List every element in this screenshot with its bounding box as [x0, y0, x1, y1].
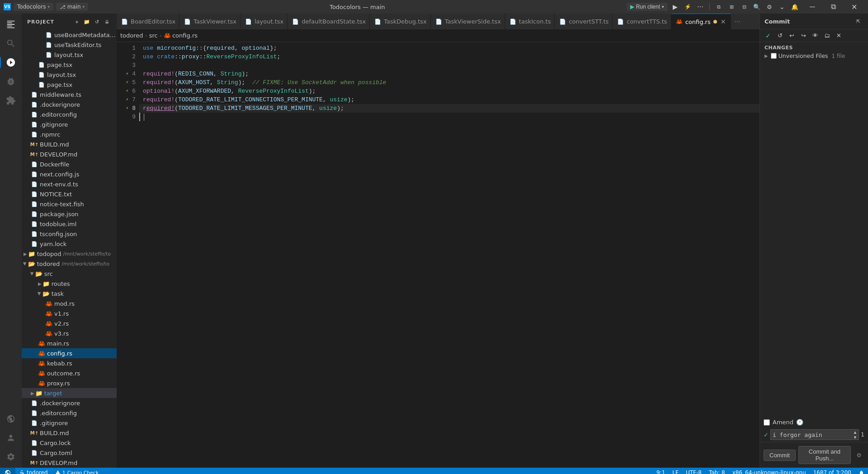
debug-play-button[interactable]: ⚡	[682, 2, 693, 12]
sidebar-item-page2[interactable]: 📄 page.tsx	[22, 80, 117, 90]
sidebar-item-target[interactable]: ▶ 📁 target	[22, 388, 117, 398]
minimize-button[interactable]: ─	[802, 0, 823, 14]
collapse-all-button[interactable]: ⇊	[102, 17, 111, 26]
sidebar-item-tsconfig[interactable]: 📄 tsconfig.json	[22, 229, 117, 239]
tab-converttts[interactable]: 📄 convertTTS.ts	[613, 14, 671, 29]
amend-clock-icon[interactable]: 🕐	[796, 419, 803, 426]
layout-button[interactable]: ⊟	[739, 2, 750, 12]
new-file-button[interactable]: +	[72, 17, 81, 26]
search-button[interactable]: 🔍	[751, 2, 762, 12]
sidebar-item-kebabrs[interactable]: 🦀 kebab.rs	[22, 358, 117, 368]
status-col-info[interactable]: 1687 of 3:200	[810, 468, 855, 474]
status-branch[interactable]: todored	[15, 468, 52, 474]
run-client-button[interactable]: ▶ Run client ▾	[627, 3, 668, 11]
sidebar-item-npmrc[interactable]: 📄 .npmrc	[22, 129, 117, 139]
activity-remote[interactable]	[2, 410, 20, 428]
sidebar-item-dockerignore[interactable]: 📄 .dockerignore	[22, 100, 117, 109]
sidebar-item-configrs[interactable]: 🦀 config.rs	[22, 348, 117, 358]
branch-pill[interactable]: ⎇ main ▾	[56, 3, 88, 11]
restore-button[interactable]: ⧉	[713, 2, 724, 12]
sidebar-item-todopod[interactable]: ▶ 📁 todopod /mnt/work/steffo/to	[22, 249, 117, 259]
close-button[interactable]: ✕	[844, 0, 864, 14]
sidebar-item-todored[interactable]: ▶ 📂 todored /mnt/work/steffo/to	[22, 259, 117, 269]
sidebar-item-cargotoml[interactable]: 📄 Cargo.toml	[22, 448, 117, 458]
commit-refresh-button[interactable]: ↺	[774, 31, 785, 41]
tab-taskviewerside[interactable]: 📄 TaskViewerSide.tsx	[431, 14, 505, 29]
sidebar-item-middleware[interactable]: 📄 middleware.ts	[22, 90, 117, 100]
refresh-button[interactable]: ↺	[92, 17, 101, 26]
breadcrumb-src[interactable]: src	[149, 32, 158, 39]
tab-convertstt[interactable]: 📄 convertSTT.ts	[555, 14, 613, 29]
fullscreen-button[interactable]: ⊞	[726, 2, 737, 12]
tab-taskicon[interactable]: 📄 taskIcon.ts	[505, 14, 555, 29]
code-editor[interactable]: 1 2 3 ⚡ 4 ⚡ 5	[117, 42, 760, 468]
sidebar-item-nextenv[interactable]: 📄 next-env.d.ts	[22, 179, 117, 189]
project-name-pill[interactable]: Todocolors ▾	[14, 3, 53, 11]
tab-defaultboard[interactable]: 📄 defaultBoardState.tsx	[288, 14, 370, 29]
count-up-button[interactable]: ▲	[851, 430, 859, 435]
commit-close-button[interactable]: ✕	[833, 31, 844, 41]
sidebar-item-nextconfig[interactable]: 📄 next.config.js	[22, 169, 117, 179]
commit-undo-button[interactable]: ↩	[786, 31, 797, 41]
unversioned-files-item[interactable]: ▶ Unversioned Files 1 file	[764, 51, 863, 61]
sidebar-item-noticefish[interactable]: 📄 notice-text.fish	[22, 199, 117, 209]
sidebar-item-layout-tsx[interactable]: 📄 layout.tsx	[22, 50, 117, 60]
sidebar-item-gitignore2[interactable]: 📄 .gitignore	[22, 418, 117, 428]
sidebar-item-mainrs[interactable]: 🦀 main.rs	[22, 338, 117, 348]
commit-message-input[interactable]	[770, 429, 851, 440]
status-tab-size[interactable]: Tab: 8	[705, 468, 729, 474]
status-cargo-check[interactable]: 1 Cargo Check	[52, 468, 103, 474]
activity-settings[interactable]	[2, 448, 20, 466]
breadcrumb-configrs[interactable]: 🦀 config.rs	[164, 32, 198, 39]
code-content[interactable]: use microconfig::{required, optional}; u…	[139, 42, 760, 468]
play-button[interactable]: ▶	[670, 2, 680, 12]
commit-stash-button[interactable]: 🗂	[821, 31, 832, 41]
sidebar-item-proxyrs[interactable]: 🦀 proxy.rs	[22, 378, 117, 388]
chevron-down-button[interactable]: ⌄	[777, 2, 788, 12]
activity-search[interactable]	[2, 34, 20, 52]
sidebar-item-todoblue[interactable]: 📄 todoblue.iml	[22, 219, 117, 229]
commit-settings-icon[interactable]: ⚙	[854, 450, 864, 460]
tab-taskviewer[interactable]: 📄 TaskViewer.tsx	[179, 14, 241, 29]
sidebar-item-useBoardMetadata[interactable]: 📄 useBoardMetadataEc...	[22, 30, 117, 40]
notifications-button[interactable]: 🔔	[789, 2, 800, 12]
sidebar-item-developmd2[interactable]: M↑ DEVELOP.md	[22, 458, 117, 468]
sidebar-item-v1rs[interactable]: 🦀 v1.rs	[22, 308, 117, 318]
tab-taskdebug[interactable]: 📄 TaskDebug.tsx	[370, 14, 431, 29]
sidebar-item-notice[interactable]: 📄 NOTICE.txt	[22, 189, 117, 199]
sidebar-item-developmd[interactable]: M↑ DEVELOP.md	[22, 149, 117, 159]
activity-git[interactable]	[2, 53, 20, 71]
sidebar-item-layout2[interactable]: 📄 layout.tsx	[22, 70, 117, 80]
activity-extensions[interactable]	[2, 91, 20, 109]
commit-eye-button[interactable]: 👁	[810, 31, 821, 41]
sidebar-item-src[interactable]: ▶ 📂 src	[22, 269, 117, 279]
status-arch[interactable]: x86_64-unknown-linux-gnu	[729, 468, 810, 474]
maximize-button[interactable]: ⧉	[823, 0, 844, 14]
sidebar-item-editorconfig2[interactable]: 📄 .editorconfig	[22, 408, 117, 418]
tabs-more-button[interactable]: ⋯	[731, 14, 744, 29]
sidebar-item-editorconfig[interactable]: 📄 .editorconfig	[22, 109, 117, 119]
sidebar-item-outcomers[interactable]: 🦀 outcome.rs	[22, 368, 117, 378]
tab-close-configrs[interactable]: ✕	[720, 18, 727, 25]
unversioned-checkbox[interactable]	[771, 53, 777, 59]
sidebar-item-routes[interactable]: ▶ 📁 routes	[22, 279, 117, 289]
new-folder-button[interactable]: 📁	[82, 17, 91, 26]
commit-push-button[interactable]: Commit and Push...	[798, 446, 851, 464]
activity-explorer[interactable]	[2, 15, 20, 33]
breadcrumb-todored[interactable]: todored	[120, 32, 143, 39]
sidebar-item-dockerfile[interactable]: 📄 Dockerfile	[22, 159, 117, 169]
tab-boardeditor[interactable]: 📄 BoardEditor.tsx	[117, 14, 179, 29]
sidebar-item-yarnlock[interactable]: 📄 yarn.lock	[22, 239, 117, 249]
sidebar-item-packagejson[interactable]: 📄 package.json	[22, 209, 117, 219]
count-down-button[interactable]: ▼	[851, 435, 859, 440]
commit-redo-button[interactable]: ↪	[798, 31, 809, 41]
commit-button[interactable]: Commit	[764, 450, 796, 461]
sidebar-item-modrs[interactable]: 🦀 mod.rs	[22, 299, 117, 308]
sidebar-item-page1[interactable]: 📄 page.tsx	[22, 60, 117, 70]
status-remote-icon[interactable]	[0, 468, 15, 474]
status-utf8[interactable]: UTF-8	[682, 468, 705, 474]
sidebar-item-gitignore[interactable]: 📄 .gitignore	[22, 119, 117, 129]
amend-checkbox[interactable]	[764, 419, 770, 426]
sidebar-item-task[interactable]: ▶ 📂 task	[22, 289, 117, 299]
status-encoding[interactable]: LF	[669, 468, 682, 474]
